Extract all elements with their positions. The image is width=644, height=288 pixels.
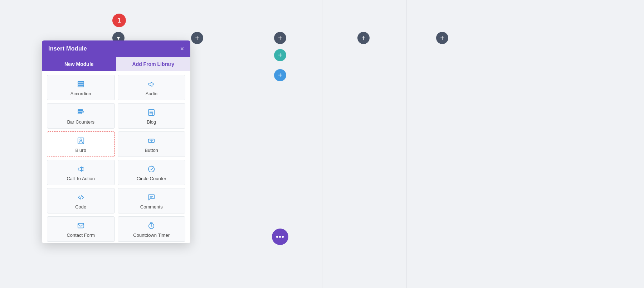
- module-label-code: Code: [75, 204, 86, 210]
- button-icon: [147, 137, 155, 145]
- countdown-timer-icon: [147, 222, 155, 230]
- plus-button-top-center[interactable]: +: [191, 32, 203, 44]
- modal-close-button[interactable]: ×: [180, 45, 184, 52]
- tab-new-module[interactable]: New Module: [42, 57, 116, 71]
- step-circle: 1: [112, 14, 126, 27]
- svg-rect-1: [78, 83, 84, 85]
- module-label-blog: Blog: [147, 119, 156, 125]
- insert-module-modal: Insert Module × New Module Add From Libr…: [42, 40, 190, 243]
- svg-rect-0: [78, 82, 84, 83]
- tab-add-from-library[interactable]: Add From Library: [116, 57, 191, 71]
- module-item-bar-counters[interactable]: Bar Counters: [47, 103, 115, 129]
- call-to-action-icon: [77, 165, 85, 173]
- module-item-circle-counter[interactable]: Circle Counter: [118, 160, 186, 185]
- module-label-call-to-action: Call To Action: [67, 176, 95, 181]
- module-item-code[interactable]: Code: [47, 188, 115, 213]
- module-item-comments[interactable]: Comments: [118, 188, 186, 213]
- module-label-audio: Audio: [146, 91, 157, 96]
- module-item-call-to-action[interactable]: Call To Action: [47, 160, 115, 185]
- module-label-bar-counters: Bar Counters: [67, 119, 94, 125]
- contact-form-icon: [77, 222, 85, 230]
- svg-rect-4: [78, 113, 82, 114]
- module-label-blurb: Blurb: [75, 148, 86, 153]
- svg-rect-5: [78, 110, 83, 111]
- plus-button-3[interactable]: +: [357, 32, 370, 44]
- module-label-button: Button: [145, 148, 158, 153]
- module-item-contact-form[interactable]: Contact Form: [47, 216, 115, 242]
- module-label-comments: Comments: [140, 204, 163, 210]
- audio-icon: [147, 80, 155, 88]
- blog-icon: [147, 109, 155, 116]
- svg-point-8: [80, 139, 82, 141]
- module-label-contact-form: Contact Form: [67, 232, 95, 238]
- modal-tabs: New Module Add From Library: [42, 57, 190, 71]
- code-icon: [77, 193, 85, 201]
- module-item-countdown-timer[interactable]: Countdown Timer: [118, 216, 186, 242]
- bar-counters-icon: [77, 109, 85, 116]
- svg-rect-3: [78, 111, 84, 112]
- plus-button-4[interactable]: +: [436, 32, 448, 44]
- module-item-accordion[interactable]: Accordion: [47, 75, 115, 100]
- module-item-blog[interactable]: Blog: [118, 103, 186, 129]
- plus-button-teal[interactable]: +: [274, 49, 286, 61]
- module-item-button[interactable]: Button: [118, 131, 186, 157]
- comments-icon: [147, 193, 155, 201]
- module-list: Accordion Audio Bar Counters: [42, 71, 190, 243]
- modal-title: Insert Module: [48, 45, 87, 52]
- svg-rect-11: [78, 224, 84, 228]
- module-label-countdown-timer: Countdown Timer: [133, 232, 170, 238]
- blurb-icon: [77, 137, 85, 145]
- module-item-audio[interactable]: Audio: [118, 75, 186, 100]
- plus-button-2[interactable]: +: [274, 32, 286, 44]
- module-label-circle-counter: Circle Counter: [137, 176, 166, 181]
- plus-button-blue[interactable]: +: [274, 69, 286, 81]
- more-options-button[interactable]: •••: [272, 229, 288, 245]
- modal-header: Insert Module ×: [42, 40, 190, 57]
- accordion-icon: [77, 80, 85, 88]
- module-item-blurb[interactable]: Blurb: [47, 131, 115, 157]
- svg-rect-2: [78, 86, 84, 87]
- module-label-accordion: Accordion: [70, 91, 91, 96]
- circle-counter-icon: [147, 165, 155, 173]
